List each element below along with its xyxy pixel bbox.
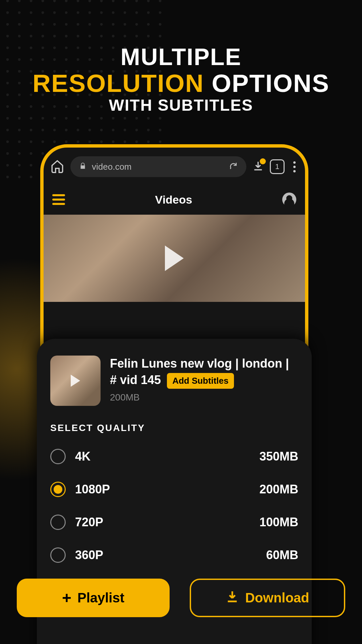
quality-option[interactable]: 720P100MB	[50, 506, 298, 539]
plus-icon: +	[62, 590, 71, 606]
radio-icon	[50, 515, 66, 530]
address-bar[interactable]: video.com	[70, 156, 246, 177]
url-text: video.com	[92, 162, 132, 172]
download-icon	[226, 590, 239, 606]
quality-label: 4K	[75, 449, 90, 464]
quality-label: 360P	[75, 548, 103, 562]
app-header: Videos	[44, 183, 305, 215]
quality-label: 1080P	[75, 482, 110, 496]
downloads-icon[interactable]	[252, 160, 264, 173]
lock-icon	[79, 162, 86, 172]
hamburger-menu-icon[interactable]	[52, 194, 65, 205]
action-buttons: + Playlist Download	[17, 579, 345, 617]
profile-icon[interactable]	[282, 193, 296, 207]
headline-options: OPTIONS	[212, 69, 329, 97]
quality-option[interactable]: 360P60MB	[50, 539, 298, 572]
quality-size: 350MB	[259, 449, 298, 464]
quality-option[interactable]: 1080P200MB	[50, 473, 298, 506]
add-subtitles-button[interactable]: Add Subtitles	[167, 373, 234, 389]
home-icon[interactable]	[50, 159, 64, 174]
reload-icon[interactable]	[229, 161, 238, 172]
video-size: 200MB	[110, 392, 298, 403]
video-info-row: Felin Lunes new vlog | london | # vid 14…	[50, 356, 298, 406]
headline-line2: RESOLUTION OPTIONS	[0, 69, 362, 98]
quality-size: 60MB	[266, 548, 298, 562]
radio-icon	[50, 449, 66, 464]
tab-count-button[interactable]: 1	[270, 159, 285, 174]
page-title: Videos	[155, 193, 192, 206]
video-thumbnail[interactable]	[50, 356, 101, 406]
select-quality-label: SELECT QUALITY	[50, 423, 298, 433]
download-label: Download	[245, 590, 309, 605]
quality-list: 4K350MB1080P200MB720P100MB360P60MB	[50, 440, 298, 572]
headline: MULTIPLE RESOLUTION OPTIONS WITH SUBTITL…	[0, 0, 362, 114]
quality-option[interactable]: 4K350MB	[50, 440, 298, 473]
headline-accent: RESOLUTION	[33, 69, 204, 97]
overflow-menu-icon[interactable]	[291, 161, 298, 172]
tab-count: 1	[275, 162, 279, 171]
downloads-badge	[260, 158, 266, 164]
radio-icon	[50, 547, 66, 563]
video-title: Felin Lunes new vlog | london | # vid 14…	[110, 356, 298, 389]
quality-size: 100MB	[259, 515, 298, 529]
play-icon	[165, 246, 184, 271]
play-icon	[71, 375, 80, 387]
download-button[interactable]: Download	[190, 579, 345, 617]
video-preview[interactable]	[44, 215, 305, 302]
playlist-label: Playlist	[77, 590, 124, 605]
radio-icon	[50, 482, 66, 497]
video-details: Felin Lunes new vlog | london | # vid 14…	[110, 356, 298, 403]
quality-size: 200MB	[259, 482, 298, 496]
quality-label: 720P	[75, 515, 103, 529]
playlist-button[interactable]: + Playlist	[17, 579, 170, 617]
browser-bar: video.com 1	[44, 148, 305, 183]
headline-line1: MULTIPLE	[0, 44, 362, 70]
headline-line3: WITH SUBTITLES	[0, 96, 362, 114]
